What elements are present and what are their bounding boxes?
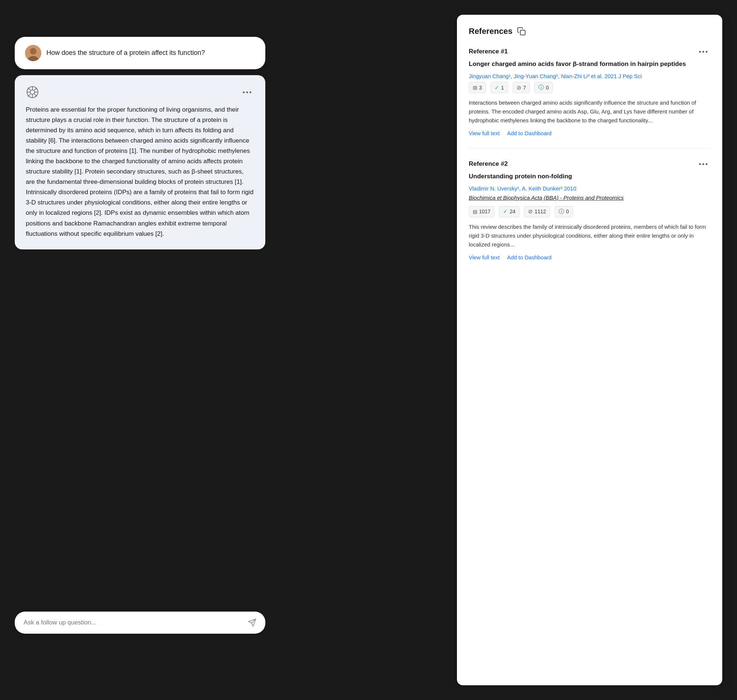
menu-dot [706,163,708,165]
copy-icon[interactable] [517,27,526,36]
references-panel: References Reference #1 Longer charged a… [457,15,722,685]
reference-label-2: Reference #2 [469,160,508,168]
x-icon: ⊘ [516,84,521,91]
ref-1-stats: ▤ 3 ✓ 1 ⊘ 7 ⓘ 0 [469,82,711,93]
reference-item-2: Reference #2 Understanding protein non-f… [469,160,711,272]
ai-message-body: Proteins are essential for the proper fu… [26,104,254,239]
follow-up-input[interactable] [24,619,243,626]
menu-dot [246,91,248,93]
stat-q: ⓘ 0 [534,82,553,93]
q-icon: ⓘ [538,84,544,91]
ai-message-menu[interactable] [240,90,254,95]
follow-up-input-wrapper [15,612,265,634]
ref-2-abstract: This review describes the family of intr… [469,222,711,249]
doc-icon: ▤ [473,85,477,90]
avatar [25,45,41,61]
x-icon: ⊘ [528,208,533,215]
menu-dot [702,163,704,165]
stat-doc: ▤ 1017 [469,206,494,218]
svg-line-11 [34,88,37,90]
ref-2-journal: Biochimica et Biophysica Acta (BBA) - Pr… [469,194,711,201]
ref-1-abstract: Interactions between charged amino acids… [469,99,711,125]
user-message: How does the structure of a protein affe… [15,37,265,69]
references-title: References [469,26,513,36]
reference-label-row-2: Reference #2 [469,160,711,168]
ai-icon [26,85,39,99]
ref-1-authors: Jingyuan Chang¹, Jing-Yuan Chang², Nian-… [469,72,711,81]
stat-doc: ▤ 3 [469,82,486,93]
ref-1-actions: View full text Add to Dashboard [469,130,711,136]
doc-icon: ▤ [473,209,477,215]
menu-dot [699,51,701,53]
svg-point-1 [30,48,37,54]
send-button[interactable] [246,616,259,629]
stat-check: ✓ 24 [499,206,519,218]
svg-rect-13 [520,30,525,35]
ref-1-title: Longer charged amino acids favor β-stran… [469,60,711,69]
reference-label-row-1: Reference #1 [469,48,711,55]
stat-x: ⊘ 7 [513,82,530,93]
menu-dot [699,163,701,165]
add-to-dashboard-2[interactable]: Add to Dashboard [507,254,552,260]
ai-message-header [26,85,254,99]
svg-line-9 [28,88,31,90]
view-full-text-2[interactable]: View full text [469,254,500,260]
references-header: References [469,26,711,36]
menu-dot [702,51,704,53]
view-full-text-1[interactable]: View full text [469,130,500,136]
menu-dot [243,91,245,93]
ref-2-title: Understanding protein non-folding [469,172,711,181]
follow-up-container [15,612,265,634]
menu-dot [250,91,251,93]
ref-2-authors: Vladimir N. Uversky¹, A. Keith Dunker² 2… [469,185,711,193]
svg-line-10 [34,94,37,96]
chat-panel: How does the structure of a protein affe… [15,37,265,249]
check-icon: ✓ [503,208,508,215]
stat-x: ⊘ 1112 [524,206,550,218]
ai-message: Proteins are essential for the proper fu… [15,75,265,249]
reference-item-1: Reference #1 Longer charged amino acids … [469,48,711,149]
reference-1-menu[interactable] [696,49,711,54]
reference-2-menu[interactable] [696,162,711,166]
q-icon: ⓘ [559,208,564,215]
reference-label-1: Reference #1 [469,48,508,55]
ref-2-stats: ▤ 1017 ✓ 24 ⊘ 1112 ⓘ 0 [469,206,711,218]
svg-line-12 [28,94,31,96]
user-message-text: How does the structure of a protein affe… [46,48,205,57]
menu-dot [706,51,708,53]
stat-q: ⓘ 0 [555,206,573,218]
check-icon: ✓ [494,84,499,91]
add-to-dashboard-1[interactable]: Add to Dashboard [507,130,552,136]
stat-check: ✓ 1 [490,82,508,93]
svg-point-4 [30,90,35,94]
ref-2-actions: View full text Add to Dashboard [469,254,711,260]
